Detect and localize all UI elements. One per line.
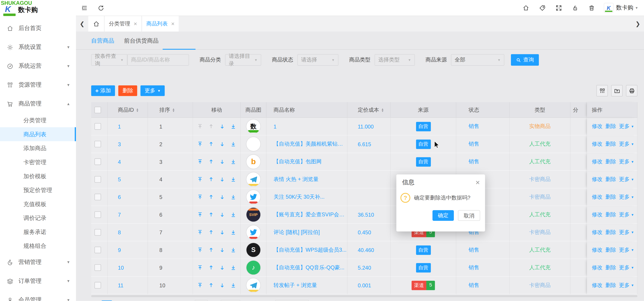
move-down-icon[interactable] xyxy=(220,282,225,288)
tabs-scroll-left-button[interactable]: ❮ xyxy=(76,16,88,31)
move-bottom-icon[interactable] xyxy=(230,247,236,253)
delete-link[interactable]: 删除 xyxy=(605,229,616,236)
delete-link[interactable]: 删除 xyxy=(605,282,616,289)
move-up-icon[interactable] xyxy=(208,159,214,165)
product-id[interactable]: 7 xyxy=(118,212,121,218)
move-up-icon[interactable] xyxy=(208,212,214,218)
more-link[interactable]: 更多 xyxy=(619,246,630,254)
sidebar-item-1[interactable]: 系统设置▼ xyxy=(0,38,76,57)
move-bottom-icon[interactable] xyxy=(230,141,236,147)
category-select[interactable]: 请选择目录▼ xyxy=(225,54,261,66)
sidebar-subitem[interactable]: 充值模板 xyxy=(0,197,76,211)
move-bottom-icon[interactable] xyxy=(230,176,236,182)
sidebar-item-4[interactable]: 商品管理▲ xyxy=(0,94,76,113)
sidebar-subitem[interactable]: 商品列表 xyxy=(0,127,76,141)
edit-link[interactable]: 修改 xyxy=(592,123,602,130)
refresh-button[interactable] xyxy=(92,0,109,15)
more-link[interactable]: 更多 xyxy=(619,123,630,130)
header-sort[interactable]: 排序▲▼ xyxy=(148,102,193,118)
product-name-link[interactable]: 转发帖子 + 浏览量 xyxy=(274,282,317,289)
fullscreen-button[interactable] xyxy=(550,0,567,15)
move-down-icon[interactable] xyxy=(220,230,225,235)
edit-link[interactable]: 修改 xyxy=(592,264,602,271)
tab-category-manage[interactable]: 分类管理✕ xyxy=(105,16,141,31)
more-link[interactable]: 更多 xyxy=(619,211,630,218)
page-number-3[interactable]: 3 xyxy=(128,301,138,301)
move-bottom-icon[interactable] xyxy=(230,123,236,129)
delete-link[interactable]: 删除 xyxy=(605,123,616,130)
lock-screen-button[interactable] xyxy=(567,0,583,15)
delete-link[interactable]: 删除 xyxy=(605,158,616,165)
move-top-icon[interactable] xyxy=(197,265,203,271)
tab-front-supply-products[interactable]: 前台供货商品 xyxy=(124,37,158,50)
sort-icon[interactable]: ▲▼ xyxy=(381,108,384,112)
more-link[interactable]: 更多 xyxy=(619,176,630,183)
edit-link[interactable]: 修改 xyxy=(592,211,602,218)
edit-link[interactable]: 修改 xyxy=(592,140,602,148)
goto-confirm-button[interactable]: 确定 xyxy=(220,300,240,301)
dialog-close-icon[interactable]: ✕ xyxy=(475,180,480,185)
row-checkbox[interactable] xyxy=(94,282,101,289)
sidebar-subitem[interactable]: 添加商品 xyxy=(0,141,76,155)
move-top-icon[interactable] xyxy=(197,123,203,129)
sidebar-item-6[interactable]: 订单管理▼ xyxy=(0,272,76,291)
sidebar-subitem[interactable]: 卡密管理 xyxy=(0,155,76,169)
product-id[interactable]: 6 xyxy=(118,194,121,200)
move-down-icon[interactable] xyxy=(220,265,225,271)
edit-link[interactable]: 修改 xyxy=(592,158,602,165)
product-id[interactable]: 10 xyxy=(118,265,124,271)
product-name-link[interactable]: 1 xyxy=(274,123,276,130)
product-name-link[interactable]: 【自动充值】WPS超级会员3... xyxy=(274,246,346,254)
export-button[interactable] xyxy=(611,85,622,96)
more-link[interactable]: 更多 xyxy=(619,158,630,165)
move-bottom-icon[interactable] xyxy=(230,230,236,235)
row-checkbox[interactable] xyxy=(94,247,101,253)
header-product-id[interactable]: 商品ID▲▼ xyxy=(108,102,148,118)
more-link[interactable]: 更多 xyxy=(619,282,630,289)
edit-link[interactable]: 修改 xyxy=(592,229,602,236)
edit-link[interactable]: 修改 xyxy=(592,176,602,183)
product-id[interactable]: 1 xyxy=(118,123,121,130)
delete-link[interactable]: 删除 xyxy=(605,193,616,201)
delete-link[interactable]: 删除 xyxy=(605,211,616,218)
row-checkbox[interactable] xyxy=(94,264,101,271)
product-name-link[interactable]: 表情 火热 + 浏览量 xyxy=(274,176,318,183)
move-up-icon[interactable] xyxy=(208,230,214,235)
goto-page-input[interactable]: 1 xyxy=(194,300,208,301)
move-down-icon[interactable] xyxy=(220,194,225,200)
condition-select[interactable]: 按条件查询▼ xyxy=(91,54,128,66)
page-number-97[interactable]: 97 xyxy=(154,301,165,301)
row-checkbox[interactable] xyxy=(94,194,101,200)
page-number-1[interactable]: 1 xyxy=(102,301,112,301)
product-id[interactable]: 3 xyxy=(118,141,121,147)
sidebar-subitem[interactable]: 分类管理 xyxy=(0,113,76,127)
move-down-icon[interactable] xyxy=(220,141,225,147)
page-size-select[interactable]: 10 条/页▼ xyxy=(275,300,309,301)
move-up-icon[interactable] xyxy=(208,247,214,253)
product-name-link[interactable]: 评论 [随机] [阿拉伯] xyxy=(274,229,320,236)
sidebar-item-0[interactable]: 后台首页 xyxy=(0,19,76,38)
move-bottom-icon[interactable] xyxy=(230,282,236,288)
move-top-icon[interactable] xyxy=(197,282,203,288)
page-number-2[interactable]: 2 xyxy=(114,301,125,301)
delete-link[interactable]: 删除 xyxy=(605,246,616,254)
move-bottom-icon[interactable] xyxy=(230,159,236,165)
product-id[interactable]: 4 xyxy=(118,159,121,165)
product-id[interactable]: 5 xyxy=(118,176,121,183)
move-up-icon[interactable] xyxy=(208,176,214,182)
product-name-link[interactable]: 【自动充值】QQ音乐-QQ豪... xyxy=(274,264,344,271)
select-all-checkbox[interactable] xyxy=(94,106,101,113)
sort-icon[interactable]: ▲▼ xyxy=(136,108,139,112)
dialog-confirm-button[interactable]: 确定 xyxy=(432,210,454,221)
home-shortcut-button[interactable] xyxy=(518,0,534,15)
print-button[interactable] xyxy=(626,85,638,96)
product-name-link[interactable]: 【账号直充】爱企查SVIP会员... xyxy=(274,211,347,218)
move-top-icon[interactable] xyxy=(197,247,203,253)
user-name[interactable]: 数卡购 xyxy=(616,4,634,11)
columns-toggle-button[interactable] xyxy=(596,85,608,96)
move-top-icon[interactable] xyxy=(197,194,203,200)
delete-link[interactable]: 删除 xyxy=(605,176,616,183)
row-checkbox[interactable] xyxy=(94,123,101,130)
move-top-icon[interactable] xyxy=(197,176,203,182)
row-checkbox[interactable] xyxy=(94,211,101,218)
